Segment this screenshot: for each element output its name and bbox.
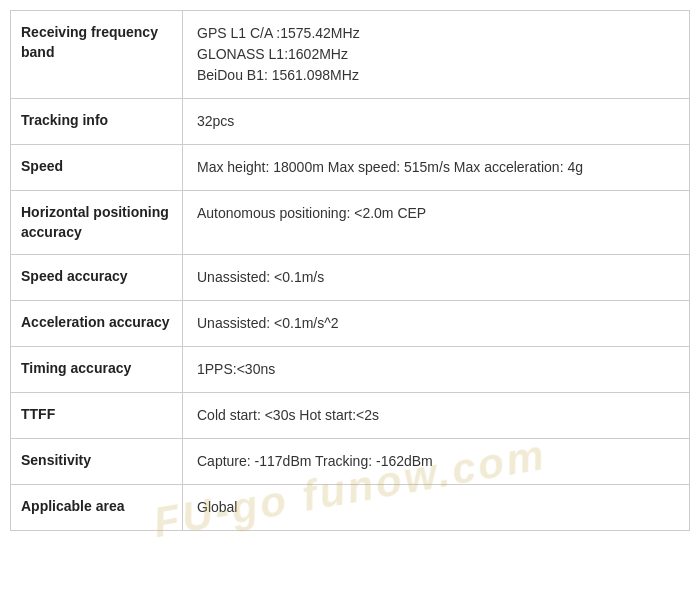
cell-value: Capture: -117dBm Tracking: -162dBm	[183, 439, 689, 484]
cell-value: 1PPS:<30ns	[183, 347, 689, 392]
table-row: Receiving frequency bandGPS L1 C/A :1575…	[11, 11, 689, 99]
cell-label: Sensitivity	[11, 439, 183, 484]
cell-label: Speed accuracy	[11, 255, 183, 300]
table-row: Timing accuracy1PPS:<30ns	[11, 347, 689, 393]
cell-value: Cold start: <30s Hot start:<2s	[183, 393, 689, 438]
cell-label: Timing accuracy	[11, 347, 183, 392]
table-row: Horizontal positioning accuracyAutonomou…	[11, 191, 689, 255]
cell-label: TTFF	[11, 393, 183, 438]
cell-label: Horizontal positioning accuracy	[11, 191, 183, 254]
table-row: SensitivityCapture: -117dBm Tracking: -1…	[11, 439, 689, 485]
cell-value: Global	[183, 485, 689, 530]
table-row: Acceleration accuracyUnassisted: <0.1m/s…	[11, 301, 689, 347]
cell-label: Receiving frequency band	[11, 11, 183, 98]
table-row: Tracking info32pcs	[11, 99, 689, 145]
table-row: Speed accuracyUnassisted: <0.1m/s	[11, 255, 689, 301]
cell-value: Max height: 18000m Max speed: 515m/s Max…	[183, 145, 689, 190]
spec-table: Receiving frequency bandGPS L1 C/A :1575…	[10, 10, 690, 531]
table-row: TTFFCold start: <30s Hot start:<2s	[11, 393, 689, 439]
cell-label: Applicable area	[11, 485, 183, 530]
table-row: SpeedMax height: 18000m Max speed: 515m/…	[11, 145, 689, 191]
cell-label: Acceleration accuracy	[11, 301, 183, 346]
cell-value: 32pcs	[183, 99, 689, 144]
cell-value: Autonomous positioning: <2.0m CEP	[183, 191, 689, 254]
cell-label: Speed	[11, 145, 183, 190]
cell-value: Unassisted: <0.1m/s	[183, 255, 689, 300]
cell-label: Tracking info	[11, 99, 183, 144]
cell-value: GPS L1 C/A :1575.42MHzGLONASS L1:1602MHz…	[183, 11, 689, 98]
cell-value: Unassisted: <0.1m/s^2	[183, 301, 689, 346]
table-row: Applicable areaGlobal	[11, 485, 689, 530]
